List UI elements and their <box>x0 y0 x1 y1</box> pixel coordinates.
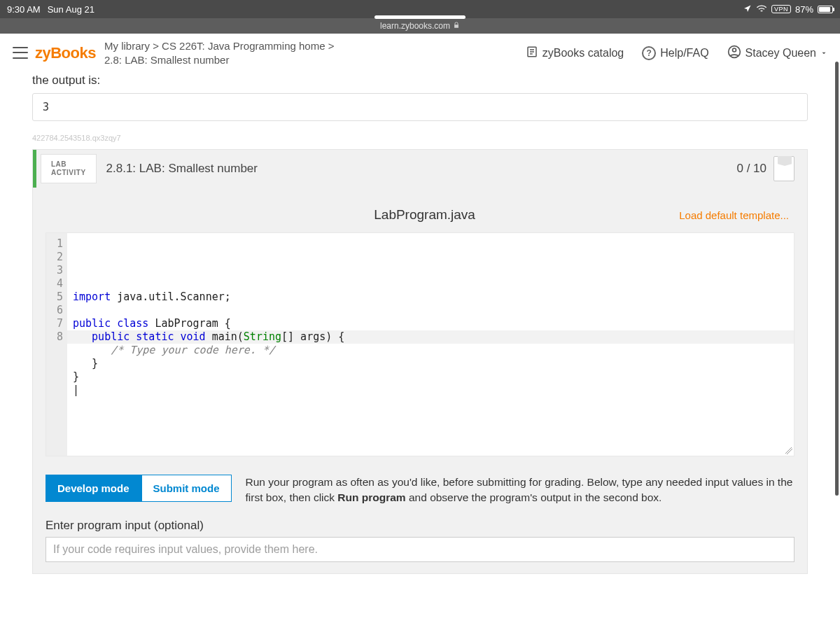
lock-icon <box>453 21 460 31</box>
activity-tag-line1: LAB <box>51 160 86 169</box>
status-date: Sun Aug 21 <box>48 4 94 15</box>
help-label: Help/FAQ <box>660 47 708 59</box>
wifi-icon <box>756 4 767 15</box>
breadcrumb-line-1: My library > CS 226T: Java Programming h… <box>104 39 334 53</box>
home-indicator <box>374 15 465 19</box>
program-input-field[interactable] <box>46 537 794 562</box>
output-label: the output is: <box>32 74 808 88</box>
instr-part-c: and observe the program's output in the … <box>406 491 662 503</box>
line-number: 4 <box>48 277 63 290</box>
main-content: the output is: 3 422784.2543518.qx3zqy7 … <box>0 72 840 625</box>
user-name: Stacey Queen <box>746 47 816 59</box>
line-gutter: 1 2 3 4 5 6 7 8 <box>46 233 67 456</box>
location-icon <box>743 4 752 15</box>
breadcrumb-line-2: 2.8: LAB: Smallest number <box>104 53 334 67</box>
activity-title: 2.8.1: LAB: Smallest number <box>97 150 737 188</box>
page-scrollbar[interactable] <box>834 34 840 630</box>
help-icon: ? <box>642 46 656 60</box>
develop-mode-button[interactable]: Develop mode <box>46 475 141 502</box>
svg-point-5 <box>732 48 736 52</box>
browser-url-bar[interactable]: learn.zybooks.com <box>0 18 840 34</box>
status-time: 9:30 AM <box>7 4 41 15</box>
line-number: 8 <box>48 330 63 344</box>
battery-icon <box>818 6 833 13</box>
help-link[interactable]: ? Help/FAQ <box>642 46 708 60</box>
activity-tag-line2: ACTIVITY <box>51 169 86 177</box>
bookmark-icon[interactable] <box>774 156 794 181</box>
hamburger-menu-icon[interactable] <box>13 46 28 61</box>
app-header: zyBooks My library > CS 226T: Java Progr… <box>0 34 840 72</box>
line-number: 2 <box>48 251 63 264</box>
instr-bold: Run program <box>337 491 405 503</box>
user-menu[interactable]: Stacey Queen <box>727 45 827 62</box>
activity-type-tag: LAB ACTIVITY <box>41 154 97 183</box>
activity-header: LAB ACTIVITY 2.8.1: LAB: Smallest number… <box>33 150 807 188</box>
battery-percent: 87% <box>795 4 813 15</box>
line-number: 5 <box>48 290 63 304</box>
breadcrumb[interactable]: My library > CS 226T: Java Programming h… <box>104 39 334 66</box>
line-number: 1 <box>48 237 63 251</box>
zybooks-logo[interactable]: zyBooks <box>35 44 96 62</box>
activity-score-area: 0 / 10 <box>736 150 807 188</box>
mode-instructions: Run your program as often as you'd like,… <box>246 475 794 506</box>
code-text-area[interactable]: import java.util.Scanner; public class L… <box>67 233 794 456</box>
submit-mode-button[interactable]: Submit mode <box>141 475 232 502</box>
catalog-link[interactable]: zyBooks catalog <box>526 46 624 61</box>
code-editor[interactable]: 1 2 3 4 5 6 7 8 import java.util.Scanner… <box>46 232 794 456</box>
activity-fingerprint: 422784.2543518.qx3zqy7 <box>32 134 808 142</box>
output-box: 3 <box>32 93 808 121</box>
line-number: 7 <box>48 317 63 330</box>
activity-score: 0 / 10 <box>736 162 766 176</box>
vpn-badge: VPN <box>771 5 791 13</box>
url-domain: learn.zybooks.com <box>380 21 450 31</box>
load-default-template-link[interactable]: Load default template... <box>679 209 789 221</box>
line-number: 6 <box>48 304 63 317</box>
editor-filename: LabProgram.java <box>170 207 679 223</box>
activity-accent-bar <box>33 150 36 188</box>
cursor: | <box>73 384 79 396</box>
user-icon <box>727 45 741 62</box>
catalog-icon <box>526 46 538 61</box>
line-number: 3 <box>48 264 63 277</box>
program-input-label: Enter program input (optional) <box>46 519 794 533</box>
mode-toggle: Develop mode Submit mode <box>46 475 232 502</box>
chevron-down-icon <box>820 47 827 59</box>
catalog-label: zyBooks catalog <box>542 47 624 59</box>
lab-activity-card: LAB ACTIVITY 2.8.1: LAB: Smallest number… <box>32 149 808 574</box>
resize-grip-icon[interactable] <box>785 447 792 454</box>
scrollbar-thumb[interactable] <box>835 62 839 496</box>
